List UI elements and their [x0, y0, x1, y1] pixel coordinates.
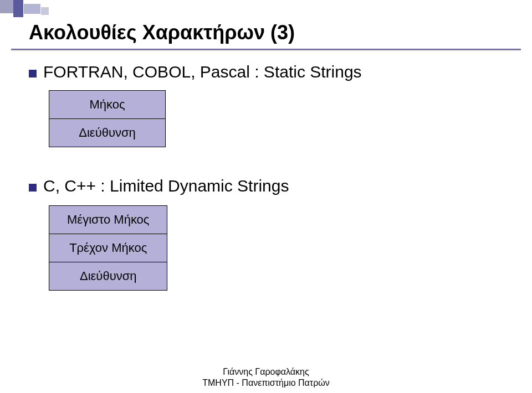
- bullet-icon: [29, 70, 37, 77]
- footer-line-1: Γιάννης Γαροφαλάκης: [0, 366, 532, 378]
- table-cell: Διεύθυνση: [49, 262, 167, 291]
- footer-line-2: ΤΜΗΥΠ - Πανεπιστήμιο Πατρών: [0, 378, 532, 389]
- slide-title: Ακολουθίες Χαρακτήρων (3): [29, 21, 295, 44]
- deco-square: [13, 0, 23, 17]
- bullet-text: FORTRAN, COBOL, Pascal : Static Strings: [43, 63, 362, 81]
- bullet-icon: [29, 184, 37, 192]
- title-underline-shadow: [11, 50, 521, 51]
- table-cell: Τρέχον Μήκος: [49, 234, 167, 262]
- deco-square: [41, 7, 49, 15]
- deco-square: [24, 4, 40, 14]
- table-cell: Μέγιστο Μήκος: [49, 206, 167, 234]
- string-repr-table: Μέγιστο Μήκος Τρέχον Μήκος Διεύθυνση: [49, 205, 505, 291]
- bullet-item: FORTRAN, COBOL, Pascal : Static Strings: [29, 62, 505, 81]
- slide-content: FORTRAN, COBOL, Pascal : Static Strings …: [29, 62, 505, 291]
- deco-square: [0, 0, 13, 13]
- bullet-item: C, C++ : Limited Dynamic Strings: [29, 176, 505, 195]
- string-repr-table: Μήκος Διεύθυνση: [49, 90, 505, 147]
- slide-footer: Γιάννης Γαροφαλάκης ΤΜΗΥΠ - Πανεπιστήμιο…: [0, 366, 532, 389]
- slide-corner-decoration: [0, 0, 49, 17]
- bullet-text: C, C++ : Limited Dynamic Strings: [43, 177, 289, 195]
- table-cell: Διεύθυνση: [49, 119, 166, 147]
- table-cell: Μήκος: [49, 91, 166, 119]
